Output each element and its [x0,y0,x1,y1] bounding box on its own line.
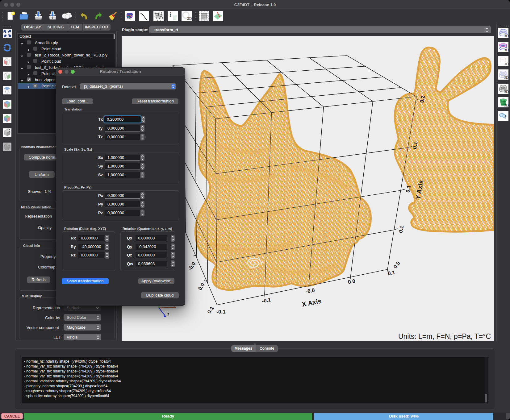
svg-text:X Axis: X Axis [301,297,322,308]
svg-text:0.0: 0.0 [392,260,401,270]
svg-text:0.1: 0.1 [398,225,405,234]
svg-text:i: i [504,114,506,120]
svg-text:0.1: 0.1 [405,185,412,193]
svg-text:0.2: 0.2 [419,95,426,103]
svg-text:3D: 3D [504,75,508,80]
svg-text:0.1: 0.1 [387,269,396,277]
svg-text:z: z [167,312,169,316]
svg-text:-0.1: -0.1 [216,309,225,315]
svg-text:3D: 3D [504,48,508,52]
svg-text:Units: L=m, F=N, p=Pa, T=°C: Units: L=m, F=N, p=Pa, T=°C [398,332,491,340]
svg-text:-0.0: -0.0 [187,261,197,272]
svg-text:3D: 3D [504,103,508,107]
svg-text:2D: 2D [187,16,192,21]
svg-text:3D: 3D [504,62,508,66]
svg-text:i: i [169,11,171,18]
svg-text:3D: 3D [504,34,508,38]
svg-text:-0.1: -0.1 [261,297,271,304]
svg-text:3D: 3D [504,89,508,94]
svg-text:0.1: 0.1 [206,306,215,315]
svg-text:0.1: 0.1 [412,141,419,150]
svg-text:-0.0: -0.0 [305,287,315,295]
svg-text:0.0: 0.0 [197,282,206,291]
svg-text:0.0: 0.0 [348,278,356,285]
